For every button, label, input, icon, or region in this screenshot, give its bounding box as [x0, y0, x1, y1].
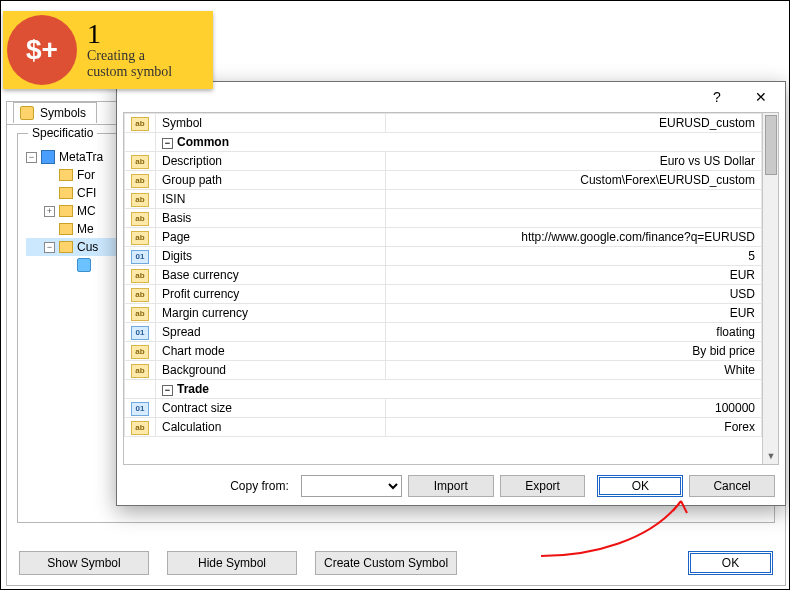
number-prop-icon: 01 — [131, 402, 149, 416]
text-prop-icon: ab — [131, 155, 149, 169]
close-button[interactable]: ✕ — [739, 83, 783, 111]
text-prop-icon: ab — [131, 421, 149, 435]
prop-value[interactable]: floating — [386, 323, 762, 342]
text-prop-icon: ab — [131, 288, 149, 302]
specification-label: Specificatio — [28, 126, 97, 140]
text-prop-icon: ab — [131, 307, 149, 321]
section-trade: −Trade — [125, 380, 762, 399]
row-group-path: ab Group path Custom\Forex\EURUSD_custom — [125, 171, 762, 190]
row-symbol: ab Symbol EURUSD_custom — [125, 114, 762, 133]
prop-value[interactable]: Custom\Forex\EURUSD_custom — [386, 171, 762, 190]
badge-line1: Creating a — [87, 48, 172, 64]
prop-value[interactable] — [386, 190, 762, 209]
gear-icon — [77, 258, 91, 272]
scrollbar[interactable]: ▲ ▼ — [762, 113, 778, 464]
expander-icon[interactable]: − — [44, 242, 55, 253]
tab-symbols[interactable]: Symbols — [13, 102, 97, 123]
prop-name: Digits — [156, 247, 386, 266]
prop-name: ISIN — [156, 190, 386, 209]
expander-icon[interactable]: − — [26, 152, 37, 163]
prop-name: Calculation — [156, 418, 386, 437]
symbols-tab-icon — [20, 106, 34, 120]
row-chart-mode: ab Chart mode By bid price — [125, 342, 762, 361]
text-prop-icon: ab — [131, 345, 149, 359]
prop-value[interactable]: EUR — [386, 266, 762, 285]
prop-name: Page — [156, 228, 386, 247]
export-button[interactable]: Export — [500, 475, 586, 497]
folder-icon — [59, 187, 73, 199]
import-button[interactable]: Import — [408, 475, 494, 497]
copy-from-select[interactable] — [301, 475, 402, 497]
row-background: ab Background White — [125, 361, 762, 380]
text-prop-icon: ab — [131, 174, 149, 188]
prop-name: Basis — [156, 209, 386, 228]
collapse-icon[interactable]: − — [162, 138, 173, 149]
tree-label: Me — [77, 222, 94, 236]
prop-value[interactable]: EURUSD_custom — [386, 114, 762, 133]
title-bar: ? ✕ — [117, 82, 785, 112]
row-description: ab Description Euro vs US Dollar — [125, 152, 762, 171]
expander-icon — [44, 224, 55, 235]
row-basis: ab Basis — [125, 209, 762, 228]
section-label: Common — [177, 135, 229, 149]
scroll-thumb[interactable] — [765, 115, 777, 175]
expander-icon — [62, 260, 73, 271]
prop-value[interactable]: White — [386, 361, 762, 380]
prop-value[interactable]: 100000 — [386, 399, 762, 418]
prop-value[interactable]: By bid price — [386, 342, 762, 361]
expander-icon — [44, 170, 55, 181]
prop-value[interactable]: Euro vs US Dollar — [386, 152, 762, 171]
prop-value[interactable]: http://www.google.com/finance?q=EURUSD — [386, 228, 762, 247]
prop-value[interactable]: 5 — [386, 247, 762, 266]
collapse-icon[interactable]: − — [162, 385, 173, 396]
properties-grid-wrap: ab Symbol EURUSD_custom −Common ab Descr… — [123, 112, 779, 465]
tree-label: MetaTra — [59, 150, 103, 164]
create-custom-symbol-button[interactable]: Create Custom Symbol — [315, 551, 457, 575]
prop-name: Base currency — [156, 266, 386, 285]
text-prop-icon: ab — [131, 193, 149, 207]
server-icon — [41, 150, 55, 164]
row-spread: 01 Spread floating — [125, 323, 762, 342]
properties-grid[interactable]: ab Symbol EURUSD_custom −Common ab Descr… — [124, 113, 762, 437]
text-prop-icon: ab — [131, 231, 149, 245]
symbols-button-bar: Show Symbol Hide Symbol Create Custom Sy… — [7, 551, 785, 575]
prop-name: Margin currency — [156, 304, 386, 323]
expander-icon — [44, 188, 55, 199]
row-page: ab Page http://www.google.com/finance?q=… — [125, 228, 762, 247]
prop-name: Chart mode — [156, 342, 386, 361]
help-button[interactable]: ? — [695, 83, 739, 111]
prop-value[interactable]: Forex — [386, 418, 762, 437]
copy-from-label: Copy from: — [127, 479, 295, 493]
row-profit-currency: ab Profit currency USD — [125, 285, 762, 304]
symbol-properties-dialog: ? ✕ ab Symbol EURUSD_custom −Common ab D… — [116, 81, 786, 506]
expander-icon[interactable]: + — [44, 206, 55, 217]
row-isin: ab ISIN — [125, 190, 762, 209]
prop-value[interactable] — [386, 209, 762, 228]
row-calculation: ab Calculation Forex — [125, 418, 762, 437]
prop-value[interactable]: USD — [386, 285, 762, 304]
section-label: Trade — [177, 382, 209, 396]
badge-line2: custom symbol — [87, 64, 172, 80]
tree-label: MC — [77, 204, 96, 218]
text-prop-icon: ab — [131, 212, 149, 226]
number-prop-icon: 01 — [131, 250, 149, 264]
dialog-button-bar: Copy from: Import Export OK Cancel — [117, 471, 785, 505]
folder-icon — [59, 169, 73, 181]
cancel-button[interactable]: Cancel — [689, 475, 775, 497]
tree-label: CFI — [77, 186, 96, 200]
row-digits: 01 Digits 5 — [125, 247, 762, 266]
badge-number: 1 — [87, 20, 172, 48]
row-contract-size: 01 Contract size 100000 — [125, 399, 762, 418]
prop-value[interactable]: EUR — [386, 304, 762, 323]
text-prop-icon: ab — [131, 364, 149, 378]
text-prop-icon: ab — [131, 117, 149, 131]
show-symbol-button[interactable]: Show Symbol — [19, 551, 149, 575]
ok-button[interactable]: OK — [597, 475, 683, 497]
folder-icon — [59, 241, 73, 253]
tree-label: Cus — [77, 240, 98, 254]
folder-icon — [59, 205, 73, 217]
scroll-down-icon[interactable]: ▼ — [763, 448, 779, 464]
hide-symbol-button[interactable]: Hide Symbol — [167, 551, 297, 575]
symbols-ok-button[interactable]: OK — [688, 551, 773, 575]
prop-name: Symbol — [156, 114, 386, 133]
